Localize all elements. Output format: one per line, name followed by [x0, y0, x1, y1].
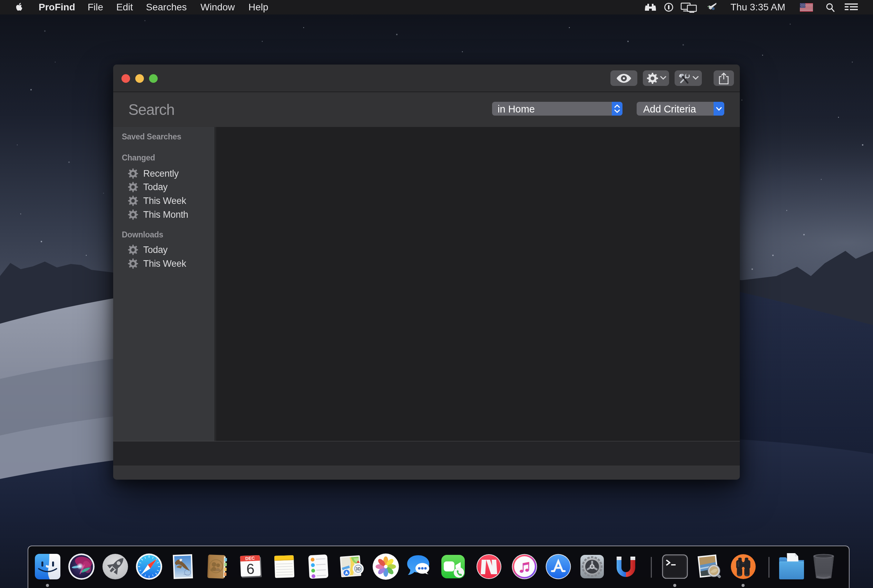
- svg-text:3D: 3D: [356, 567, 361, 572]
- svg-text:6: 6: [246, 561, 255, 577]
